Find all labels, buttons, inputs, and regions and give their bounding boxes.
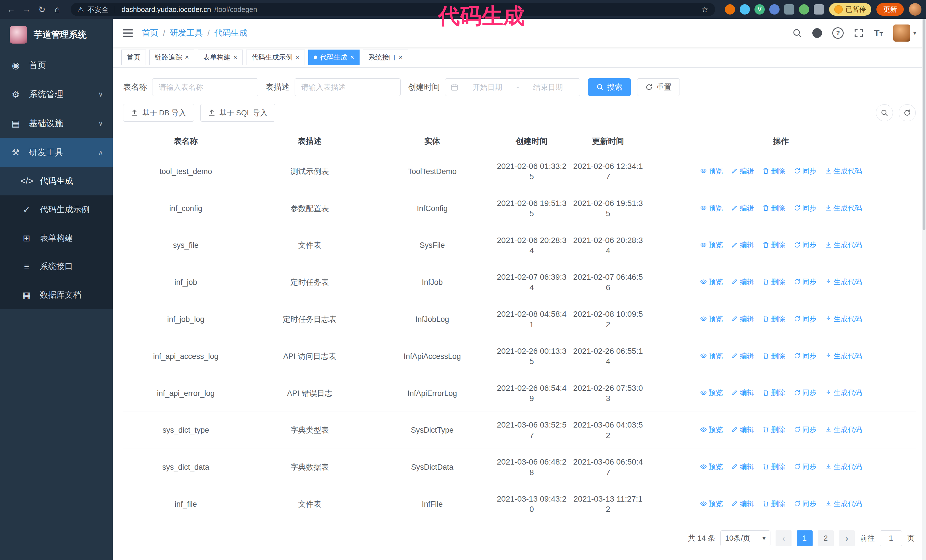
- preview-link[interactable]: 预览: [700, 314, 723, 324]
- edit-link[interactable]: 编辑: [731, 277, 754, 287]
- tab-trace[interactable]: 链路追踪 ×: [149, 50, 194, 65]
- delete-link[interactable]: 删除: [763, 203, 785, 213]
- edit-link[interactable]: 编辑: [731, 166, 754, 176]
- delete-link[interactable]: 删除: [763, 166, 785, 176]
- goto-page-input[interactable]: [880, 530, 902, 546]
- edit-link[interactable]: 编辑: [731, 351, 754, 361]
- browser-profile-avatar[interactable]: [909, 3, 921, 16]
- sidebar-item-infrastructure[interactable]: ▤ 基础设施 ∨: [0, 109, 113, 138]
- generate-code-link[interactable]: 生成代码: [825, 277, 862, 287]
- security-chip[interactable]: 不安全: [87, 5, 109, 14]
- tab-system-api[interactable]: 系统接口 ×: [363, 50, 408, 65]
- scrollbar-thumb[interactable]: [923, 20, 925, 230]
- address-bar[interactable]: ⚠ 不安全 dashboard.yudao.iocoder.cn/tool/co…: [71, 3, 715, 16]
- github-icon[interactable]: [812, 28, 822, 38]
- extension-icon-5[interactable]: [799, 4, 809, 15]
- refresh-table-button[interactable]: [899, 104, 916, 121]
- user-menu[interactable]: ▾: [893, 24, 916, 42]
- sidebar-item-codegen-example[interactable]: ✓ 代码生成示例: [0, 195, 113, 224]
- preview-link[interactable]: 预览: [700, 277, 723, 287]
- generate-code-link[interactable]: 生成代码: [825, 203, 862, 213]
- delete-link[interactable]: 删除: [763, 240, 785, 249]
- sidebar-item-dev-tools[interactable]: ⚒ 研发工具 ∧: [0, 138, 113, 167]
- next-page-button[interactable]: ›: [839, 530, 855, 546]
- sidebar-item-system-mgmt[interactable]: ⚙ 系统管理 ∨: [0, 80, 113, 109]
- preview-link[interactable]: 预览: [700, 499, 723, 509]
- sync-link[interactable]: 同步: [794, 425, 817, 435]
- font-size-icon[interactable]: TT: [874, 28, 883, 38]
- table-desc-input[interactable]: [295, 78, 401, 96]
- close-icon[interactable]: ×: [233, 54, 238, 61]
- generate-code-link[interactable]: 生成代码: [825, 388, 862, 397]
- extensions-puzzle-icon[interactable]: [814, 4, 824, 15]
- sidebar-item-form-builder[interactable]: ⊞ 表单构建: [0, 224, 113, 252]
- table-name-input[interactable]: [152, 78, 258, 96]
- sync-link[interactable]: 同步: [794, 351, 817, 361]
- help-icon[interactable]: ?: [832, 27, 844, 39]
- generate-code-link[interactable]: 生成代码: [825, 240, 862, 249]
- close-icon[interactable]: ×: [295, 54, 300, 61]
- breadcrumb-dev-tools[interactable]: 研发工具: [170, 27, 203, 39]
- fullscreen-icon[interactable]: [854, 28, 864, 38]
- delete-link[interactable]: 删除: [763, 314, 785, 324]
- generate-code-link[interactable]: 生成代码: [825, 166, 862, 176]
- sync-link[interactable]: 同步: [794, 203, 817, 213]
- delete-link[interactable]: 删除: [763, 462, 785, 471]
- browser-reload-button[interactable]: ↻: [35, 3, 48, 16]
- edit-link[interactable]: 编辑: [731, 425, 754, 435]
- profile-paused-chip[interactable]: 已暂停: [829, 3, 871, 16]
- extension-icon-1[interactable]: [725, 4, 735, 15]
- sync-link[interactable]: 同步: [794, 240, 817, 249]
- generate-code-link[interactable]: 生成代码: [825, 499, 862, 509]
- prev-page-button[interactable]: ‹: [776, 530, 791, 546]
- sidebar-item-home[interactable]: ◉ 首页: [0, 51, 113, 80]
- edit-link[interactable]: 编辑: [731, 388, 754, 397]
- scrollbar[interactable]: [922, 19, 926, 560]
- vue-devtools-icon[interactable]: V: [755, 4, 765, 15]
- search-icon[interactable]: [792, 28, 802, 38]
- tab-codegen-example[interactable]: 代码生成示例 ×: [246, 50, 305, 65]
- delete-link[interactable]: 删除: [763, 499, 785, 509]
- preview-link[interactable]: 预览: [700, 166, 723, 176]
- sync-link[interactable]: 同步: [794, 314, 817, 324]
- delete-link[interactable]: 删除: [763, 425, 785, 435]
- tab-codegen[interactable]: 代码生成 ×: [308, 50, 360, 65]
- sync-link[interactable]: 同步: [794, 277, 817, 287]
- delete-link[interactable]: 删除: [763, 351, 785, 361]
- browser-update-button[interactable]: 更新: [876, 3, 904, 16]
- generate-code-link[interactable]: 生成代码: [825, 314, 862, 324]
- toggle-search-button[interactable]: [876, 104, 893, 121]
- sidebar-toggle[interactable]: [123, 29, 133, 38]
- sidebar-item-db-doc[interactable]: ▦ 数据库文档: [0, 281, 113, 309]
- sync-link[interactable]: 同步: [794, 462, 817, 471]
- app-logo[interactable]: 芋道管理系统: [0, 19, 113, 51]
- delete-link[interactable]: 删除: [763, 277, 785, 287]
- browser-home-button[interactable]: ⌂: [51, 3, 64, 16]
- delete-link[interactable]: 删除: [763, 388, 785, 397]
- import-sql-button[interactable]: 基于 SQL 导入: [200, 104, 275, 122]
- browser-forward-button[interactable]: →: [20, 3, 33, 16]
- preview-link[interactable]: 预览: [700, 203, 723, 213]
- preview-link[interactable]: 预览: [700, 240, 723, 249]
- bookmark-star-icon[interactable]: ☆: [701, 5, 708, 14]
- sidebar-item-codegen[interactable]: </> 代码生成: [0, 167, 113, 195]
- page-button-2[interactable]: 2: [818, 530, 834, 546]
- extension-icon-4[interactable]: [784, 4, 794, 15]
- sync-link[interactable]: 同步: [794, 166, 817, 176]
- preview-link[interactable]: 预览: [700, 388, 723, 397]
- edit-link[interactable]: 编辑: [731, 462, 754, 471]
- page-button-1[interactable]: 1: [797, 530, 813, 546]
- browser-back-button[interactable]: ←: [5, 3, 18, 16]
- generate-code-link[interactable]: 生成代码: [825, 351, 862, 361]
- date-range-picker[interactable]: 开始日期 - 结束日期: [445, 78, 580, 96]
- page-size-select[interactable]: 10条/页 ▾: [720, 530, 770, 546]
- reset-button[interactable]: 重置: [637, 78, 680, 96]
- sidebar-item-system-api[interactable]: ≡ 系统接口: [0, 252, 113, 281]
- preview-link[interactable]: 预览: [700, 425, 723, 435]
- preview-link[interactable]: 预览: [700, 351, 723, 361]
- tab-home[interactable]: 首页: [121, 50, 146, 65]
- generate-code-link[interactable]: 生成代码: [825, 462, 862, 471]
- search-button[interactable]: 搜索: [588, 78, 631, 96]
- generate-code-link[interactable]: 生成代码: [825, 425, 862, 435]
- edit-link[interactable]: 编辑: [731, 203, 754, 213]
